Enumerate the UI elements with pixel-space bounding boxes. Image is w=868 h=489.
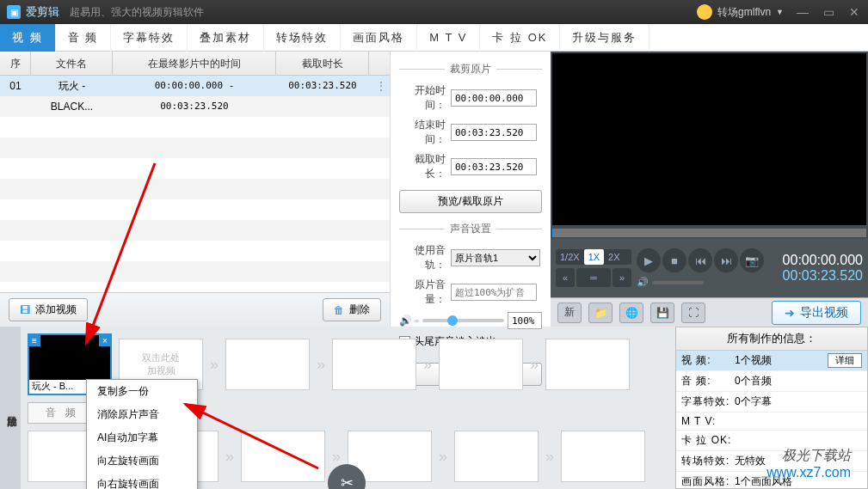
username: 转场gmlflvn [717, 5, 771, 20]
export-icon: ➜ [785, 306, 795, 320]
title-bar: ▣ 爱剪辑 超易用、强大的视频剪辑软件 转场gmlflvn ▼ — ▭ ✕ [0, 0, 868, 24]
ctx-duplicate[interactable]: 复制多一份 [87, 380, 197, 403]
add-video-button[interactable]: 🎞 添加视频 [9, 298, 88, 321]
maximize-button[interactable]: ▭ [822, 5, 835, 19]
trash-icon: 🗑 [334, 304, 344, 316]
minimize-button[interactable]: — [796, 5, 810, 19]
col-index: 序号 [0, 52, 31, 75]
preview-crop-label: 预览/截取原片 [438, 194, 502, 209]
crop-panel: 裁剪原片 开始时间： 结束时间： 截取时长： 预览/截取原片 声音设置 使用音轨… [391, 52, 551, 327]
prev-frame-button[interactable]: « [556, 268, 575, 287]
timeline-empty-slot[interactable] [225, 339, 310, 390]
app-name: 爱剪辑 [26, 4, 59, 20]
timeline-empty-slot[interactable] [545, 339, 630, 390]
mark-in-button[interactable]: ⏮ [688, 248, 712, 272]
add-video-label: 添加视频 [35, 303, 77, 317]
net-button[interactable]: 🌐 [619, 303, 643, 323]
timeline-empty-slot[interactable] [454, 431, 539, 482]
track-select[interactable]: 原片音轨1 [451, 249, 540, 266]
row-more-icon[interactable]: ⋮ [369, 76, 385, 96]
file-list-panel: 序号 文件名 在最终影片中的时间 截取时长 01 玩火 - BLACK... 0… [0, 52, 391, 327]
cell-dur: 00:03:23.520 [276, 76, 369, 96]
cell-name: 玩火 - BLACK... [31, 76, 113, 96]
speed-half[interactable]: 1/2X [556, 249, 584, 265]
speed-1x[interactable]: 1X [584, 249, 604, 265]
volume-slider[interactable] [422, 319, 504, 322]
next-frame-button[interactable]: » [613, 268, 631, 287]
context-menu: 复制多一份 消除原片声音 AI自动加字幕 向左旋转画面 向右旋转画面 [86, 379, 198, 489]
tab-style[interactable]: 画面风格 [341, 24, 417, 52]
mark-out-button[interactable]: ⏭ [714, 248, 738, 272]
timeline-empty-slot[interactable] [561, 431, 645, 482]
end-time-input[interactable] [451, 124, 537, 141]
clip-close-icon[interactable]: × [99, 334, 111, 346]
app-logo-icon: ▣ [7, 5, 21, 19]
tab-overlay[interactable]: 叠加素材 [188, 24, 264, 52]
chevron-right-icon: » [530, 356, 539, 374]
preview-scrubber[interactable] [552, 229, 866, 237]
user-dropdown-icon[interactable]: ▼ [776, 8, 784, 16]
tab-subtitle[interactable]: 字幕特效 [111, 24, 188, 52]
end-time-label: 结束时间： [399, 118, 446, 147]
time-current: 00:00:00.000 [783, 253, 863, 268]
main-tabs: 视 频 音 频 字幕特效 叠加素材 转场特效 画面风格 M T V 卡 拉 OK… [0, 24, 868, 52]
clip-thumbnail [29, 335, 110, 380]
cell-time: 00:00:00.000 - 00:03:23.520 [113, 76, 276, 96]
tab-transition[interactable]: 转场特效 [264, 24, 341, 52]
watermark-text: 极光下载站 [766, 447, 851, 465]
ctx-mute-original[interactable]: 消除原片声音 [87, 403, 197, 426]
preview-controls: 1/2X 1X 2X « ═ » ▶ ■ ⏮ ⏭ [551, 239, 868, 297]
crop-group-title: 裁剪原片 [399, 62, 542, 76]
export-video-button[interactable]: ➜ 导出视频 [772, 301, 861, 325]
timeline-empty-slot[interactable] [241, 431, 325, 482]
chevron-right-icon: » [332, 448, 341, 466]
file-row[interactable]: 01 玩火 - BLACK... 00:00:00.000 - 00:03:23… [0, 76, 390, 96]
file-list-header: 序号 文件名 在最终影片中的时间 截取时长 [0, 52, 390, 76]
start-time-label: 开始时间： [399, 83, 446, 113]
info-row-mtv: M T V: [676, 413, 867, 431]
chevron-right-icon: » [210, 356, 219, 374]
sound-group-title: 声音设置 [399, 222, 542, 236]
track-label: 使用音轨： [399, 243, 446, 272]
stop-button[interactable]: ■ [662, 248, 686, 272]
timeline-empty-slot[interactable] [439, 339, 523, 390]
ctx-ai-subtitle[interactable]: AI自动加字幕 [87, 426, 197, 449]
tab-video[interactable]: 视 频 [0, 24, 56, 52]
col-duration: 截取时长 [276, 52, 369, 75]
chevron-right-icon: » [545, 448, 554, 466]
preview-toolbar: 新 📁 🌐 💾 ⛶ ➜ 导出视频 [551, 297, 868, 327]
tab-audio[interactable]: 音 频 [56, 24, 112, 52]
save-button[interactable]: 💾 [650, 303, 674, 323]
speed-2x[interactable]: 2X [604, 249, 624, 265]
watermark-url: www.xz7.com [766, 465, 851, 480]
tab-mtv[interactable]: M T V [417, 24, 480, 52]
frame-slider[interactable]: ═ [576, 268, 611, 287]
detail-button[interactable]: 详细 [828, 353, 862, 368]
tab-upgrade[interactable]: 升级与服务 [560, 24, 649, 52]
avatar-icon [697, 4, 712, 20]
close-button[interactable]: ✕ [847, 5, 861, 19]
info-row-video[interactable]: 视 频: 1个视频 详细 [676, 351, 867, 371]
start-time-input[interactable] [451, 89, 537, 107]
timeline-empty-slot[interactable] [332, 339, 416, 390]
time-total: 00:03:23.520 [783, 268, 863, 284]
open-folder-button[interactable]: 📁 [588, 303, 613, 323]
delete-button[interactable]: 🗑 删除 [323, 298, 381, 321]
speed-group: 1/2X 1X 2X [556, 249, 631, 265]
preview-crop-button[interactable]: 预览/截取原片 [399, 190, 542, 213]
ctx-rotate-right[interactable]: 向右旋转画面 [87, 473, 197, 489]
clip-menu-icon[interactable]: ≡ [28, 334, 40, 346]
new-project-button[interactable]: 新 [557, 303, 582, 323]
preview-video[interactable] [552, 53, 866, 225]
snapshot-button[interactable]: 📷 [740, 248, 764, 272]
speaker-icon: 🔊 [399, 315, 412, 327]
ctx-rotate-left[interactable]: 向左旋转画面 [87, 449, 197, 473]
preview-volume-slider[interactable] [652, 281, 704, 284]
user-area[interactable]: 转场gmlflvn ▼ [697, 4, 784, 20]
dur-input[interactable] [451, 158, 537, 175]
vol-hint-input[interactable] [451, 284, 537, 301]
play-button[interactable]: ▶ [637, 248, 661, 272]
fullscreen-button[interactable]: ⛶ [681, 303, 705, 323]
cell-index: 01 [0, 76, 31, 96]
tab-karaoke[interactable]: 卡 拉 OK [480, 24, 560, 52]
